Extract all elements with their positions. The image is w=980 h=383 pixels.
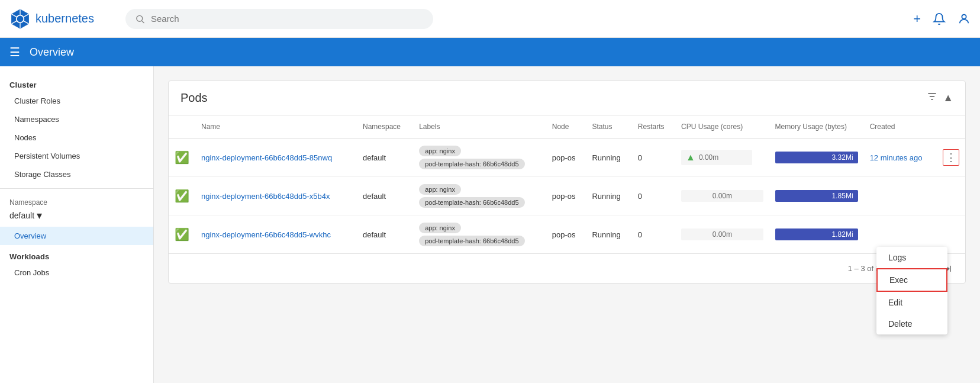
col-name: Name	[195, 115, 357, 139]
logo-text: kubernetes	[36, 12, 94, 25]
top-actions: +	[913, 11, 971, 27]
row-memory: 1.82Mi	[769, 215, 864, 254]
col-status-icon	[169, 115, 195, 139]
col-created: Created	[864, 115, 937, 139]
add-button[interactable]: +	[913, 11, 921, 27]
overview-bar-title: Overview	[30, 46, 74, 59]
row-restarts: 0	[632, 215, 675, 254]
workloads-section-title: Workloads	[0, 245, 153, 263]
overview-bar: ☰ Overview	[0, 38, 980, 66]
svg-point-10	[962, 14, 966, 18]
col-restarts: Restarts	[632, 115, 675, 139]
cluster-section-title: Cluster	[0, 73, 153, 92]
row-cpu: ▲ 0.00m	[675, 139, 769, 177]
filter-icon	[926, 91, 938, 102]
row-restarts: 0	[632, 139, 675, 177]
menu-item-logs[interactable]: Logs	[876, 247, 947, 268]
namespace-label: Namespace	[9, 198, 144, 207]
running-status-icon: ✅	[175, 228, 189, 241]
label-chip: pod-template-hash: 66b6c48dd5	[419, 159, 524, 169]
search-bar[interactable]	[125, 9, 433, 29]
row-status: Running	[586, 139, 631, 177]
sidebar-item-storage-classes[interactable]: Storage Classes	[0, 165, 153, 184]
cpu-value: 0.00m	[713, 230, 732, 239]
namespace-section: Namespace default ▾	[0, 194, 153, 227]
card-header: Pods ▲	[169, 81, 965, 115]
sidebar-item-namespaces[interactable]: Namespaces	[0, 110, 153, 128]
svg-point-8	[137, 15, 143, 21]
cpu-bar: 0.00m	[681, 190, 763, 202]
sidebar-item-nodes[interactable]: Nodes	[0, 128, 153, 147]
svg-line-9	[142, 21, 144, 23]
col-cpu: CPU Usage (cores)	[675, 115, 769, 139]
label-chip: pod-template-hash: 66b6c48dd5	[419, 236, 524, 246]
row-name: nginx-deployment-66b6c48dd5-x5b4x	[195, 177, 357, 215]
menu-item-exec[interactable]: Exec	[876, 268, 947, 292]
memory-value: 1.85Mi	[832, 192, 853, 200]
sidebar-item-overview[interactable]: Overview	[0, 227, 153, 245]
row-name: nginx-deployment-66b6c48dd5-wvkhc	[195, 215, 357, 254]
table-row: ✅ nginx-deployment-66b6c48dd5-85nwq defa…	[169, 139, 965, 177]
row-labels: app: nginx pod-template-hash: 66b6c48dd5	[413, 177, 546, 215]
account-button[interactable]	[958, 12, 971, 25]
label-chip: app: nginx	[419, 184, 461, 195]
table-row: ✅ nginx-deployment-66b6c48dd5-x5b4x defa…	[169, 177, 965, 215]
card-title: Pods	[180, 91, 208, 105]
row-cpu: 0.00m	[675, 215, 769, 254]
search-input[interactable]	[151, 14, 424, 24]
col-namespace: Namespace	[357, 115, 413, 139]
row-cpu: 0.00m	[675, 177, 769, 215]
collapse-button[interactable]: ▲	[943, 92, 953, 104]
pod-link[interactable]: nginx-deployment-66b6c48dd5-85nwq	[201, 153, 332, 162]
row-status: Running	[586, 215, 631, 254]
col-actions	[937, 115, 965, 139]
row-menu-button[interactable]: ⋮	[943, 149, 959, 166]
hamburger-icon[interactable]: ☰	[9, 45, 20, 59]
menu-item-edit[interactable]: Edit	[876, 292, 947, 313]
pods-card: Pods ▲ Name Namespace Lab	[168, 81, 966, 284]
account-icon	[958, 12, 971, 25]
pagination-text: 1 – 3 of 3	[848, 264, 880, 273]
top-header: kubernetes +	[0, 0, 980, 38]
bell-icon	[933, 12, 946, 25]
namespace-value: default	[9, 211, 34, 220]
row-restarts: 0	[632, 177, 675, 215]
row-status: Running	[586, 177, 631, 215]
col-labels: Labels	[413, 115, 546, 139]
sidebar-item-cron-jobs[interactable]: Cron Jobs	[0, 263, 153, 282]
context-menu: Logs Exec Edit Delete	[876, 247, 947, 334]
created-link[interactable]: 12 minutes ago	[870, 153, 923, 162]
memory-bar: 1.82Mi	[775, 228, 858, 240]
cpu-value: 0.00m	[699, 153, 718, 162]
row-status-icon: ✅	[169, 177, 195, 215]
row-node: pop-os	[546, 139, 586, 177]
sidebar-item-cluster-roles[interactable]: Cluster Roles	[0, 92, 153, 110]
pods-table-body: ✅ nginx-deployment-66b6c48dd5-85nwq defa…	[169, 139, 965, 254]
namespace-select[interactable]: default ▾	[9, 209, 144, 222]
table-row: ✅ nginx-deployment-66b6c48dd5-wvkhc defa…	[169, 215, 965, 254]
memory-value: 3.32Mi	[832, 153, 853, 162]
kubernetes-logo-icon	[9, 8, 31, 30]
sidebar-item-persistent-volumes[interactable]: Persistent Volumes	[0, 147, 153, 165]
row-status-icon: ✅	[169, 139, 195, 177]
pod-link[interactable]: nginx-deployment-66b6c48dd5-x5b4x	[201, 192, 330, 201]
card-actions: ▲	[926, 91, 953, 105]
running-status-icon: ✅	[175, 151, 189, 164]
chevron-down-icon: ▾	[37, 209, 42, 222]
label-chip: app: nginx	[419, 223, 461, 233]
cpu-bar: ▲ 0.00m	[681, 150, 752, 165]
filter-button[interactable]	[926, 91, 938, 105]
cpu-value: 0.00m	[713, 192, 732, 200]
running-status-icon: ✅	[175, 189, 189, 202]
row-menu-cell	[937, 177, 965, 215]
row-name: nginx-deployment-66b6c48dd5-85nwq	[195, 139, 357, 177]
row-status-icon: ✅	[169, 215, 195, 254]
cpu-bar: 0.00m	[681, 228, 763, 240]
notifications-button[interactable]	[933, 12, 946, 25]
pagination: 1 – 3 of 3 ⏮ ‹ › ⏭	[169, 253, 965, 283]
pod-link[interactable]: nginx-deployment-66b6c48dd5-wvkhc	[201, 230, 331, 239]
row-namespace: default	[357, 139, 413, 177]
row-labels: app: nginx pod-template-hash: 66b6c48dd5	[413, 139, 546, 177]
menu-item-delete[interactable]: Delete	[876, 313, 947, 334]
label-chip: app: nginx	[419, 146, 461, 156]
